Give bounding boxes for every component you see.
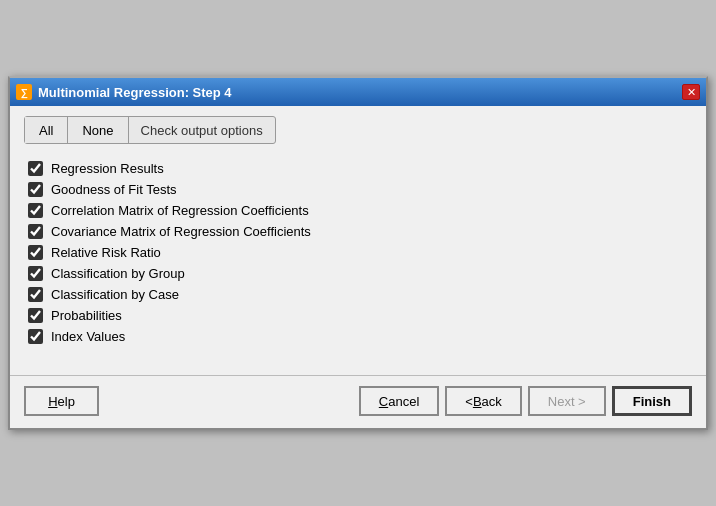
covariance-matrix-checkbox[interactable] — [28, 224, 43, 239]
bottom-right-buttons: Cancel < Back Next > Finish — [359, 386, 692, 416]
probabilities-label[interactable]: Probabilities — [51, 308, 122, 323]
none-button[interactable]: None — [68, 117, 127, 143]
app-icon: ∑ — [16, 84, 32, 100]
covariance-matrix-label[interactable]: Covariance Matrix of Regression Coeffici… — [51, 224, 311, 239]
classification-case-label[interactable]: Classification by Case — [51, 287, 179, 302]
regression-results-checkbox[interactable] — [28, 161, 43, 176]
dialog-content: All None Check output options Regression… — [10, 106, 706, 359]
list-item: Probabilities — [24, 307, 692, 324]
relative-risk-checkbox[interactable] — [28, 245, 43, 260]
dialog-window: ∑ Multinomial Regression: Step 4 ✕ All N… — [8, 76, 708, 430]
list-item: Covariance Matrix of Regression Coeffici… — [24, 223, 692, 240]
close-button[interactable]: ✕ — [682, 84, 700, 100]
list-item: Relative Risk Ratio — [24, 244, 692, 261]
window-title: Multinomial Regression: Step 4 — [38, 85, 232, 100]
goodness-fit-checkbox[interactable] — [28, 182, 43, 197]
index-values-label[interactable]: Index Values — [51, 329, 125, 344]
help-button[interactable]: Help — [24, 386, 99, 416]
bottom-left-buttons: Help — [24, 386, 99, 416]
list-item: Classification by Case — [24, 286, 692, 303]
list-item: Correlation Matrix of Regression Coeffic… — [24, 202, 692, 219]
classification-case-checkbox[interactable] — [28, 287, 43, 302]
relative-risk-label[interactable]: Relative Risk Ratio — [51, 245, 161, 260]
cancel-button[interactable]: Cancel — [359, 386, 439, 416]
instruction-label: Check output options — [128, 117, 275, 143]
classification-group-checkbox[interactable] — [28, 266, 43, 281]
correlation-matrix-checkbox[interactable] — [28, 203, 43, 218]
list-item: Classification by Group — [24, 265, 692, 282]
bottom-bar: Help Cancel < Back Next > Finish — [10, 375, 706, 428]
all-button[interactable]: All — [25, 117, 68, 143]
correlation-matrix-label[interactable]: Correlation Matrix of Regression Coeffic… — [51, 203, 309, 218]
list-item: Index Values — [24, 328, 692, 345]
options-list: Regression Results Goodness of Fit Tests… — [24, 156, 692, 349]
index-values-checkbox[interactable] — [28, 329, 43, 344]
list-item: Regression Results — [24, 160, 692, 177]
list-item: Goodness of Fit Tests — [24, 181, 692, 198]
next-button[interactable]: Next > — [528, 386, 606, 416]
finish-button[interactable]: Finish — [612, 386, 692, 416]
title-bar: ∑ Multinomial Regression: Step 4 ✕ — [10, 78, 706, 106]
regression-results-label[interactable]: Regression Results — [51, 161, 164, 176]
toolbar: All None Check output options — [24, 116, 276, 144]
probabilities-checkbox[interactable] — [28, 308, 43, 323]
goodness-fit-label[interactable]: Goodness of Fit Tests — [51, 182, 177, 197]
back-button[interactable]: < Back — [445, 386, 522, 416]
classification-group-label[interactable]: Classification by Group — [51, 266, 185, 281]
